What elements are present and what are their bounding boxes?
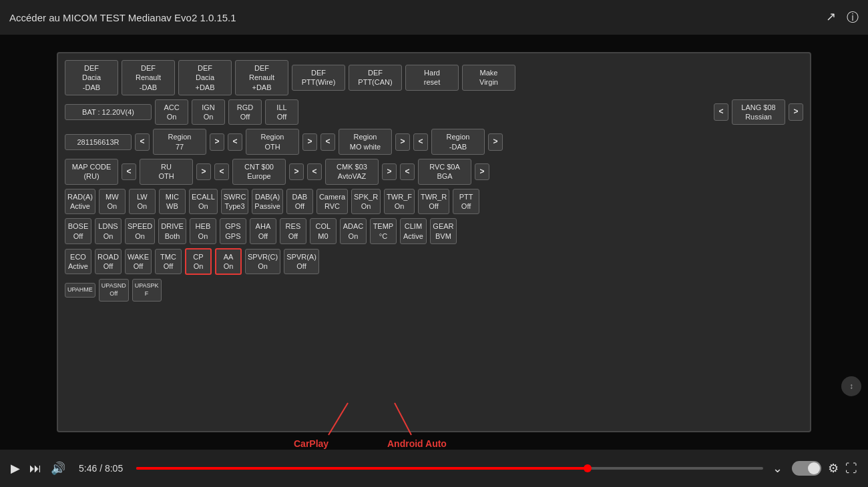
btn-aha-off[interactable]: AHA Off [250, 218, 276, 244]
btn-ecall-on[interactable]: ECALL On [189, 189, 218, 215]
btn-rad-active[interactable]: RAD(A) Active [65, 189, 95, 215]
button-row-4: MAP CODE (RU) < RU OTH > < CNT $00 Europ… [65, 159, 803, 185]
btn-dab-off[interactable]: DAB Off [286, 189, 313, 215]
btn-rgd-off[interactable]: RGD Off [228, 99, 262, 125]
captions-button[interactable]: ⌄ [773, 461, 783, 476]
btn-def-renault-dab[interactable]: DEF Renault -DAB [122, 60, 175, 95]
btn-arr-lt-cnt[interactable]: < [214, 163, 229, 181]
btn-arr-lt-cmk[interactable]: < [307, 163, 322, 181]
btn-eco-active[interactable]: ECO Active [65, 249, 91, 275]
btn-aa-on[interactable]: AA On [215, 248, 242, 276]
btn-region-mo-white[interactable]: Region MO white [339, 129, 392, 155]
btn-arr-lt-rmo[interactable]: < [320, 133, 335, 151]
btn-rvc-bga[interactable]: RVC $0A BGA [418, 159, 471, 185]
volume-button[interactable]: 🔊 [51, 461, 65, 476]
btn-arr-rt-r77[interactable]: > [210, 133, 224, 151]
btn-arr-lt-ruoth[interactable]: < [122, 163, 136, 181]
btn-mic-wb[interactable]: MIC WB [159, 189, 186, 215]
btn-region-77[interactable]: Region 77 [153, 129, 206, 155]
btn-def-ptt-can[interactable]: DEF PTT(CAN) [349, 65, 402, 91]
btn-upaspk-f[interactable]: UPASPK F [132, 279, 162, 301]
btn-res-off[interactable]: RES Off [280, 218, 306, 244]
btn-cp-on[interactable]: CP On [185, 248, 212, 276]
btn-arr-lt-lang[interactable]: < [714, 103, 728, 121]
btn-col-m0[interactable]: COL M0 [310, 218, 337, 244]
btn-upasnd[interactable]: UPASND Off [99, 279, 129, 301]
btn-arr-rt-rdab[interactable]: > [488, 133, 503, 151]
btn-arr-lt-roth[interactable]: < [228, 133, 242, 151]
btn-bat[interactable]: BAT : 12.20V(4) [65, 104, 152, 120]
btn-drive-both[interactable]: DRIVE Both [158, 218, 186, 244]
btn-clim-active[interactable]: CLIM Active [400, 218, 427, 244]
btn-spvr-a-off[interactable]: SPVR(A) Off [284, 249, 319, 275]
btn-speed-on[interactable]: SPEED On [125, 218, 155, 244]
autoplay-toggle[interactable] [792, 461, 821, 476]
btn-def-dacia-dab[interactable]: DEF Dacia -DAB [65, 60, 118, 95]
btn-ign-on[interactable]: IGN On [192, 99, 225, 125]
btn-wake-off[interactable]: WAKE Off [125, 249, 152, 275]
button-row-8: UPAHME UPASND Off UPASPK F [65, 279, 803, 301]
skip-button[interactable]: ⏭ [29, 462, 41, 476]
settings-button[interactable]: ⚙ [828, 461, 839, 476]
btn-spvr-c-on[interactable]: SPVR(C) On [245, 249, 280, 275]
btn-arr-rt-roth[interactable]: > [302, 133, 317, 151]
play-button[interactable]: ▶ [11, 461, 20, 476]
btn-arr-rt-rvc[interactable]: > [475, 163, 489, 181]
btn-road-off[interactable]: ROAD Off [95, 249, 122, 275]
controls-bar: ▶ ⏭ 🔊 5:46 / 8:05 ⌄ ⚙ ⛶ [0, 450, 868, 487]
toggle-track[interactable] [792, 461, 821, 476]
btn-heb-on[interactable]: HEB On [190, 218, 216, 244]
btn-make-virgin[interactable]: Make Virgin [462, 65, 515, 91]
btn-def-ptt-wire[interactable]: DEF PTT(Wire) [292, 65, 345, 91]
btn-cnt-europe[interactable]: CNT $00 Europe [232, 159, 286, 185]
btn-ptt-off[interactable]: PTT Off [453, 189, 479, 215]
info-icon[interactable]: ⓘ [847, 9, 859, 25]
button-row-1: DEF Dacia -DAB DEF Renault -DAB DEF Daci… [65, 60, 803, 95]
btn-def-dacia-pdab[interactable]: DEF Dacia +DAB [178, 60, 232, 95]
btn-ill-off[interactable]: ILL Off [265, 99, 298, 125]
btn-hard-reset[interactable]: Hard reset [405, 65, 459, 91]
btn-spk-r-on[interactable]: SPK_R On [351, 189, 381, 215]
btn-arr-rt-lang[interactable]: > [789, 103, 803, 121]
btn-arr-lt-r77[interactable]: < [135, 133, 150, 151]
btn-adac-on[interactable]: ADAC On [340, 218, 367, 244]
btn-upahme[interactable]: UPAHME [65, 283, 95, 298]
share-icon[interactable]: ↗ [826, 9, 836, 25]
btn-arr-rt-cnt[interactable]: > [289, 163, 304, 181]
btn-def-renault-pdab[interactable]: DEF Renault +DAB [235, 60, 288, 95]
btn-lang-russian[interactable]: LANG $08 Russian [732, 99, 785, 125]
btn-map-code-ru[interactable]: MAP CODE (RU) [65, 159, 118, 185]
btn-temp-c[interactable]: TEMP °C [370, 218, 397, 244]
toggle-knob [808, 462, 820, 474]
progress-fill [136, 467, 588, 470]
btn-arr-rt-ruoth[interactable]: > [196, 163, 211, 181]
button-row-5: RAD(A) Active MW On LW On MIC WB ECALL O… [65, 189, 803, 215]
screen-content: DEF Dacia -DAB DEF Renault -DAB DEF Daci… [57, 52, 811, 432]
btn-lw-on[interactable]: LW On [129, 189, 156, 215]
btn-mw-on[interactable]: MW On [99, 189, 126, 215]
btn-bose-off[interactable]: BOSE Off [65, 218, 91, 244]
btn-dab-passive[interactable]: DAB(A) Passive [252, 189, 283, 215]
btn-arr-rt-cmk[interactable]: > [382, 163, 397, 181]
btn-ldns-on[interactable]: LDNS On [95, 218, 122, 244]
btn-region-dab[interactable]: Region -DAB [431, 129, 485, 155]
btn-acc-on[interactable]: ACC On [155, 99, 188, 125]
btn-arr-rt-rmo[interactable]: > [395, 133, 410, 151]
video-area: DEF Dacia -DAB DEF Renault -DAB DEF Daci… [0, 35, 868, 450]
btn-tmc-off[interactable]: TMC Off [155, 249, 182, 275]
btn-region-oth[interactable]: Region OTH [246, 129, 299, 155]
btn-arr-lt-rdab[interactable]: < [413, 133, 428, 151]
btn-cmk-avtovaz[interactable]: CMK $03 AvtoVAZ [325, 159, 379, 185]
scroll-indicator[interactable]: ↕ [841, 376, 861, 396]
btn-gear-bvm[interactable]: GEAR BVM [430, 218, 457, 244]
progress-bar[interactable] [136, 467, 763, 470]
btn-swrc-type3[interactable]: SWRC Type3 [221, 189, 249, 215]
video-title: Accéder au MICOM TEST Medianav Evo2 1.0.… [9, 12, 236, 23]
fullscreen-button[interactable]: ⛶ [845, 462, 857, 476]
btn-ru-oth[interactable]: RU OTH [140, 159, 193, 185]
btn-twr-f-on[interactable]: TWR_F On [384, 189, 415, 215]
btn-twr-r-off[interactable]: TWR_R Off [418, 189, 449, 215]
btn-gps-gps[interactable]: GPS GPS [220, 218, 246, 244]
btn-arr-lt-rvc[interactable]: < [400, 163, 415, 181]
btn-camera-rvc[interactable]: Camera RVC [316, 189, 348, 215]
